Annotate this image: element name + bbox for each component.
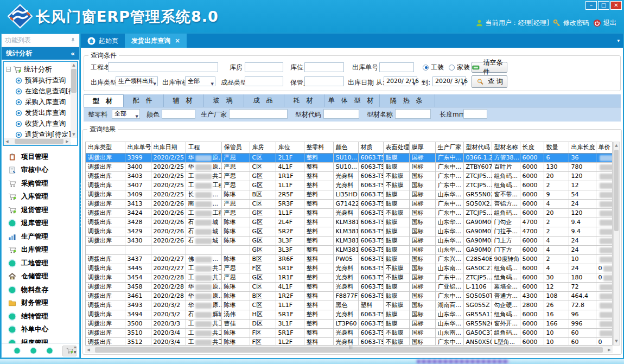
date-from-select[interactable]: 2020/ 2/16 (384, 76, 417, 86)
shortcut-dot-icon[interactable] (14, 347, 21, 354)
table-row[interactable]: 调拨出库34612020/2/28华原...陈琳B区1R2F整料F8877FT6… (86, 291, 613, 301)
sidebar-item-项目管理[interactable]: 项目管理 (2, 150, 79, 164)
results-vertical-scrollbar[interactable]: ▲ ▼ (613, 142, 620, 346)
material-tab-单体型材[interactable]: 单 体 型 材 (324, 94, 380, 107)
column-header-数量[interactable]: 数量 (544, 142, 569, 153)
project-name-input[interactable] (108, 62, 218, 72)
column-header-出库单号[interactable]: 出库单号 (125, 142, 151, 153)
table-row[interactable]: 调拨出库34582020/2/28华原...陈琳C区4L1F整料光身料6063-… (86, 282, 613, 291)
table-row[interactable]: 调拨出库33992020/2/25华原...严思C区2L1F整料SU10...6… (86, 153, 613, 162)
table-row[interactable]: 调拨出库35122020/3/4工共工程陈琳F区1L2F整料光身料6063-T5… (86, 337, 613, 346)
radio-home[interactable]: 家装 (449, 62, 470, 72)
tree-expander-icon[interactable]: − (6, 67, 11, 72)
table-row[interactable]: 调拨出库34452020/2/27工共工程严思F区5R1F整料光身料6063-T… (86, 264, 613, 273)
table-row[interactable]: 调拨出库34002020/2/25华原...严思C区4L1F整料SU10...6… (86, 162, 613, 171)
length-input[interactable] (463, 109, 487, 119)
change-password-button[interactable]: 修改密码 (553, 18, 589, 28)
logout-button[interactable]: 退出 (593, 18, 616, 28)
column-header-型材代码[interactable]: 型材代码 (463, 142, 492, 153)
table-row[interactable]: 调拨出库34292020/2/26石城陈琳G区5R2F整料KLM38176063… (86, 227, 613, 236)
tree-item-3[interactable]: 采购入库查询 (6, 97, 76, 107)
sidebar-item-出库管理[interactable]: 出库管理 (2, 244, 79, 257)
shortcut-dot-icon[interactable] (30, 347, 37, 354)
search-button[interactable]: 查 询 (472, 75, 507, 88)
material-tab-配件[interactable]: 配 件 (124, 94, 164, 107)
sidebar-item-物料盘存[interactable]: 物料盘存 (2, 283, 79, 297)
profile-name-input[interactable] (395, 109, 431, 119)
clear-conditions-button[interactable]: 清空条件 (472, 62, 507, 73)
tree-item-2[interactable]: 在途信息查询[待 (6, 86, 76, 97)
whole-part-select[interactable]: 全部 (112, 109, 140, 119)
table-row[interactable]: 调拨出库34542020/2/28工共工程严思G区1R1F整料光身料6063-T… (86, 273, 613, 282)
table-row[interactable]: 调拨出库34282020/2/26石城陈琳G区2L4F整料KLM38176063… (86, 218, 613, 227)
material-tab-型材[interactable]: 型 材 (84, 94, 124, 107)
sidebar-item-入库管理[interactable]: 入库管理 (2, 190, 79, 204)
sidebar-item-补单中心[interactable]: 补单中心 (2, 323, 79, 337)
location-input[interactable] (304, 62, 344, 72)
color-input[interactable] (162, 109, 195, 119)
table-row[interactable]: 调拨出库34032020/2/25工共工程严思G区1R1F整料光身料6063-T… (86, 171, 613, 181)
column-header-出库类型[interactable]: 出库类型 (86, 142, 125, 153)
minimize-button[interactable]: – (585, 1, 597, 10)
warehouse-input[interactable] (245, 62, 283, 72)
outbound-type-select[interactable]: 生产领料出库 (116, 76, 158, 86)
overflow-chevron-icon[interactable]: »▾ (73, 345, 77, 355)
tab-close-icon[interactable]: × (175, 37, 180, 44)
column-header-材质[interactable]: 材质 (358, 142, 383, 153)
sidebar-item-退库管理[interactable]: 退库管理 (2, 217, 79, 231)
column-header-工程[interactable]: 工程 (186, 142, 221, 153)
column-header-出库长度[interactable]: 出库长度 (569, 142, 596, 153)
column-header-表面处理[interactable]: 表面处理 (383, 142, 409, 153)
close-button[interactable]: ✕ (610, 1, 622, 10)
material-tab-耗材[interactable]: 耗 材 (284, 94, 324, 107)
table-row[interactable]: 调拨出库34942020/3/2石辉城汤伟H区5R1F整料光身料6063-T5贴… (86, 310, 613, 319)
product-type-input[interactable] (245, 76, 283, 86)
maximize-button[interactable]: □ (598, 1, 609, 10)
tree-root-statistics[interactable]: − 统计分析 (6, 63, 76, 75)
column-header-出库日期[interactable]: 出库日期 (151, 142, 186, 153)
sidebar-item-财务管理[interactable]: 财务管理 (2, 297, 79, 310)
sidebar-item-审核中心[interactable]: 审核中心 (2, 164, 79, 177)
pin-icon[interactable] (70, 37, 76, 43)
shortcut-dot-icon[interactable] (46, 347, 53, 354)
material-tab-隔热条[interactable]: 隔 热 条 (380, 94, 435, 107)
keeper-input[interactable] (304, 76, 344, 86)
date-to-select[interactable]: 2020/ 3/16 (432, 76, 466, 86)
column-header-库房[interactable]: 库房 (250, 142, 276, 153)
audit-select[interactable]: 全部 (185, 76, 215, 86)
tree-vertical-scrollbar[interactable]: ▲ ▼ (71, 62, 77, 138)
table-row[interactable]: 调拨出库34132020/2/26南...严思C区5R3F整料G71422606… (86, 199, 613, 208)
material-tab-成品[interactable]: 成 品 (244, 94, 284, 107)
column-header-型材名称[interactable]: 型材名称 (492, 142, 520, 153)
order-no-input[interactable] (379, 62, 414, 72)
manufacturer-input[interactable] (229, 109, 288, 119)
column-header-单价[interactable]: 单价 (596, 142, 613, 153)
table-row[interactable]: G区3L3F整料KLM38176063-T5贴膜国标山东华...GA90M09.… (86, 245, 613, 254)
column-header-颜色[interactable]: 颜色 (333, 142, 358, 153)
table-row[interactable]: 调拨出库34242020/2/26工工程严思G区1L1F整料光身料6063-T5… (86, 208, 613, 218)
tab-list-chevron-icon[interactable]: ▾ (617, 38, 620, 43)
table-row[interactable]: 调拨出库35102020/3/4工共工程陈琳F区5R1F整料光身料6063-T5… (86, 328, 613, 337)
tree-item-4[interactable]: 发货出库查询 (6, 107, 76, 118)
sidebar-item-结转管理[interactable]: 结转管理 (2, 310, 79, 323)
material-tab-玻璃[interactable]: 玻 璃 (204, 94, 244, 107)
results-horizontal-scrollbar[interactable]: ◀▶ (85, 346, 613, 353)
collapse-icon[interactable]: « (71, 50, 75, 58)
sidebar-item-退货管理[interactable]: 退货管理 (2, 203, 79, 217)
column-header-整零料[interactable]: 整零料 (304, 142, 333, 153)
table-row[interactable]: 调拨出库35002020/3/3工共工程曹佳D区3L1F整料LT3P606063… (86, 319, 613, 328)
sidebar-item-生产管理[interactable]: 生产管理 (2, 230, 79, 244)
table-row[interactable]: 调拨出库34072020/2/25工工程严思G区1L1F整料光身料6063-T5… (86, 181, 613, 190)
sidebar-item-工地管理[interactable]: 工地管理 (2, 257, 79, 270)
tree-item-5[interactable]: 收货入库查询 (6, 118, 76, 129)
sidebar-section-statistics[interactable]: 统计分析 « (2, 47, 79, 60)
tree-horizontal-scrollbar[interactable]: ◀ ▶ (4, 138, 71, 145)
column-header-保管员[interactable]: 保管员 (221, 142, 250, 153)
table-row[interactable]: 调拨出库34932020/3/2华原...陈琳C区1L1F整料黑色塑料不贴膜国标… (86, 301, 613, 310)
tree-item-1[interactable]: 预算执行查询 (6, 75, 76, 86)
column-header-膜厚[interactable]: 膜厚 (409, 142, 435, 153)
sidebar-item-报废管理[interactable]: 报废管理 (2, 336, 79, 343)
tab-起始页[interactable]: 起始页 (81, 34, 125, 48)
sidebar-item-仓储管理[interactable]: 仓储管理 (2, 270, 79, 284)
radio-industrial[interactable]: 工装 (423, 62, 444, 72)
